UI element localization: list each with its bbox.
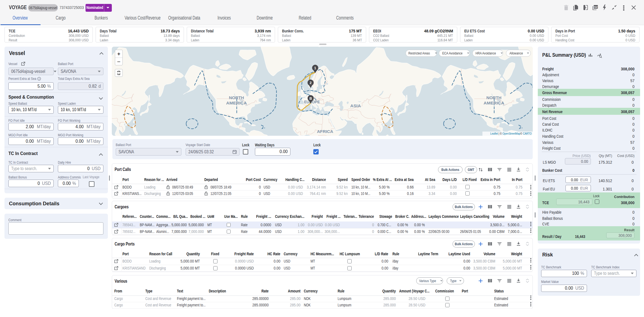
- svg-text:NORTH: NORTH: [229, 95, 244, 100]
- svg-text:2: 2: [310, 81, 312, 85]
- svg-text:PDF: PDF: [594, 6, 598, 8]
- svg-text:AFRICA: AFRICA: [317, 129, 333, 134]
- svg-text:1: 1: [314, 66, 316, 70]
- svg-text:ASIA: ASIA: [350, 103, 361, 108]
- svg-text:B: B: [309, 97, 312, 101]
- svg-text:AMERICA: AMERICA: [226, 101, 247, 105]
- svg-text:AMERICA: AMERICA: [484, 101, 504, 105]
- svg-text:NORTH: NORTH: [486, 95, 501, 100]
